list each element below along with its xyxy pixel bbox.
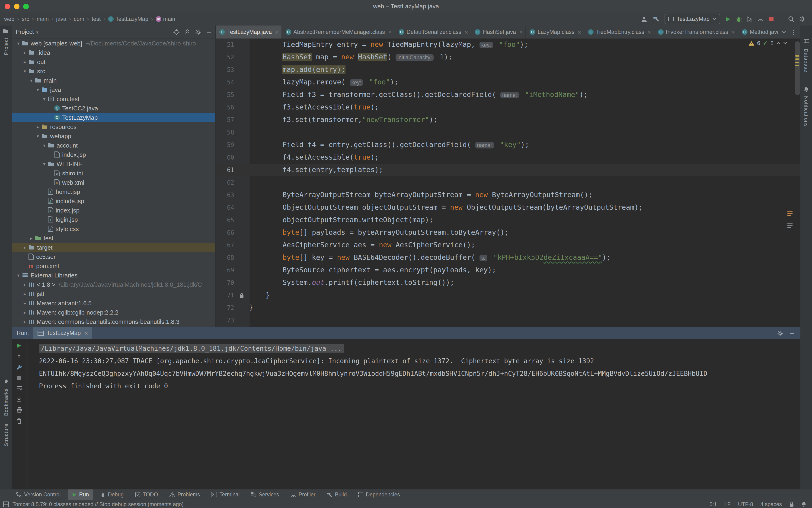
tree-chevron-icon[interactable]: ▾ — [34, 133, 41, 138]
toolwindow-button-run[interactable]: Run — [68, 490, 92, 500]
soft-wrap-button[interactable] — [16, 385, 22, 391]
toolwindow-button-debug[interactable]: Debug — [96, 490, 127, 500]
breadcrumb-item[interactable]: com — [74, 16, 84, 22]
inspections-widget[interactable]: 6 ✓ 2 — [748, 40, 787, 46]
breadcrumb-item[interactable]: test — [92, 16, 101, 22]
code-line[interactable]: 51 TiedMapEntry entry = new TiedMapEntry… — [216, 39, 800, 51]
indent-style[interactable]: 4 spaces — [761, 502, 782, 507]
breadcrumb-item[interactable]: src — [22, 16, 29, 22]
code-line[interactable]: 64 ObjectOutputStream objectOutputStream… — [216, 201, 800, 214]
code-area[interactable]: 51 TiedMapEntry entry = new TiedMapEntry… — [216, 39, 800, 327]
line-number[interactable]: 62 — [216, 176, 234, 189]
editor-scrollbar-thumb[interactable] — [795, 41, 800, 95]
line-number[interactable]: 61 — [216, 164, 234, 176]
tree-chevron-icon[interactable]: ▸ — [21, 300, 28, 305]
line-number[interactable]: 69 — [216, 264, 234, 277]
tree-chevron-icon[interactable]: ▾ — [34, 87, 41, 92]
tree-chevron-icon[interactable]: ▸ — [21, 50, 28, 55]
breadcrumb-item[interactable]: main — [37, 16, 49, 22]
toolwindow-button-dependencies[interactable]: Dependencies — [354, 490, 404, 500]
tree-chevron-icon[interactable]: ▸ — [34, 124, 41, 129]
breadcrumb-item[interactable]: mmain — [156, 16, 175, 22]
close-tab-icon[interactable]: × — [578, 29, 581, 36]
run-button[interactable] — [725, 16, 731, 22]
tree-chevron-icon[interactable]: ▾ — [41, 143, 48, 148]
tree-item[interactable]: ▾WEB-INF — [12, 159, 215, 168]
tree-item[interactable]: CTestLazyMap — [12, 113, 215, 122]
tree-item[interactable]: <>web.xml — [12, 178, 215, 187]
bookmarks-pin-icon[interactable] — [0, 379, 12, 385]
tree-chevron-icon[interactable]: ▸ — [21, 310, 28, 315]
tree-chevron-icon[interactable]: ▾ — [15, 41, 22, 46]
code-line[interactable]: 67 AesCipherService aes = new AesCipherS… — [216, 239, 800, 251]
tree-item[interactable]: #style.css — [12, 224, 215, 234]
code-line[interactable]: 56 f3.setAccessible(true); — [216, 101, 800, 114]
run-console-tab[interactable]: TestLazyMap × — [34, 327, 92, 339]
navigate-up-button[interactable] — [16, 353, 22, 359]
code-line[interactable]: 66 byte[] payloads = byteArrayOutputStre… — [216, 226, 800, 239]
sidebar-item-project[interactable]: Project — [0, 38, 12, 55]
code-line[interactable]: 70 System.out.printf(ciphertext.toString… — [216, 277, 800, 289]
toolwindow-button-version-control[interactable]: Version Control — [12, 490, 64, 500]
toolwindow-button-terminal[interactable]: Terminal — [207, 490, 243, 500]
hidden-tabs-chevron-icon[interactable] — [781, 31, 786, 33]
code-line[interactable]: 59 Field f4 = entry.getClass().getDeclar… — [216, 139, 800, 151]
close-tab-icon[interactable]: × — [647, 29, 651, 36]
tree-chevron-icon[interactable]: ▾ — [21, 69, 28, 74]
tree-item[interactable]: ▸Maven: cglib:cglib-nodep:2.2.2 — [12, 307, 215, 317]
line-number[interactable]: 57 — [216, 114, 234, 126]
project-stripe-icon[interactable] — [0, 28, 12, 33]
close-tab-icon[interactable]: × — [731, 29, 735, 36]
warning-stripe-mark[interactable] — [795, 62, 799, 63]
editor-scrollbar-icon-1[interactable] — [787, 211, 793, 216]
tree-item[interactable]: ▸jstl — [12, 289, 215, 298]
line-number[interactable]: 70 — [216, 277, 234, 289]
caret-position[interactable]: 5:1 — [710, 502, 717, 507]
line-number[interactable]: 64 — [216, 201, 234, 214]
tree-chevron-icon[interactable]: ▾ — [15, 272, 22, 278]
scroll-to-end-button[interactable] — [16, 396, 22, 402]
locate-file-icon[interactable] — [173, 29, 179, 35]
code-line[interactable]: 58 — [216, 126, 800, 139]
editor-scrollbar-icon-2[interactable] — [787, 223, 793, 228]
editor-options-menu-icon[interactable]: ⋮ — [791, 29, 797, 36]
profiler-button[interactable] — [757, 16, 764, 22]
tree-item[interactable]: ▾webapp — [12, 131, 215, 140]
rerun-button[interactable] — [16, 343, 22, 348]
toolwindow-button-problems[interactable]: Problems — [165, 490, 204, 500]
sidebar-item-notifications[interactable]: Notifications — [800, 96, 812, 127]
line-number[interactable]: 68 — [216, 251, 234, 264]
tree-item[interactable]: ▸Maven: ant:ant:1.6.5 — [12, 298, 215, 307]
tree-item[interactable]: Jhome.jsp — [12, 187, 215, 196]
tree-item[interactable]: shiro.ini — [12, 168, 215, 178]
print-button[interactable] — [16, 407, 22, 413]
line-number[interactable]: 67 — [216, 239, 234, 251]
tree-item[interactable]: CTestCC2.java — [12, 103, 215, 113]
breadcrumb-item[interactable]: java — [56, 16, 66, 22]
tree-item[interactable]: ▾src — [12, 66, 215, 76]
database-stripe-icon[interactable] — [800, 39, 812, 44]
warning-stripe-mark[interactable] — [795, 55, 799, 56]
editor-tab[interactable]: CTiedMapEntry.class× — [585, 26, 654, 39]
tree-chevron-icon[interactable]: ▸ — [21, 59, 28, 64]
collapse-all-icon[interactable] — [185, 29, 190, 35]
code-line[interactable]: 63 ByteArrayOutputStream byteArrayOutput… — [216, 189, 800, 201]
tree-item[interactable]: ▾com.test — [12, 94, 215, 103]
tree-item[interactable]: cc5.ser — [12, 252, 215, 261]
close-tab-icon[interactable]: × — [275, 29, 278, 36]
search-everywhere-icon[interactable] — [788, 16, 795, 22]
code-line[interactable]: 71 } — [216, 289, 800, 302]
tree-chevron-icon[interactable]: ▸ — [21, 282, 28, 287]
prev-problem-icon[interactable] — [776, 42, 780, 45]
breadcrumb-item[interactable]: web — [4, 16, 14, 22]
tree-chevron-icon[interactable]: ▾ — [28, 78, 35, 83]
tree-item[interactable]: Jindex.jsp — [12, 150, 215, 159]
code-line[interactable]: 68 byte[] key = new BASE64Decoder().deco… — [216, 251, 800, 264]
tree-chevron-icon[interactable]: ▾ — [41, 161, 48, 166]
tree-item[interactable]: ▸Maven: commons-beanutils:commons-beanut… — [12, 317, 215, 326]
build-hammer-icon[interactable] — [653, 16, 660, 22]
line-number[interactable]: 73 — [216, 314, 234, 327]
warning-stripe-mark[interactable] — [795, 65, 799, 66]
next-problem-icon[interactable] — [783, 42, 787, 45]
warning-stripe-mark[interactable] — [795, 58, 799, 60]
